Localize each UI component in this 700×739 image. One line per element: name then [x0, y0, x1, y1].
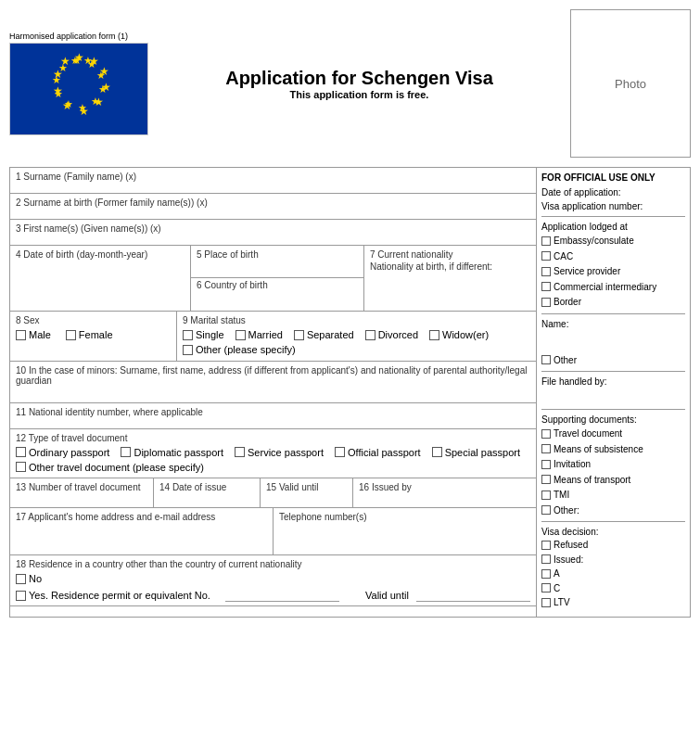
embassy-option: Embassy/consulate [541, 236, 685, 248]
means-subsistence-checkbox[interactable] [541, 444, 551, 453]
residence-yes-label[interactable]: Yes. Residence permit or equivalent No. [16, 590, 210, 601]
other-official-checkbox[interactable] [541, 355, 551, 364]
name-field: Name: [541, 319, 685, 329]
other2-option: Other: [541, 505, 685, 517]
other-travel-doc-checkbox[interactable] [16, 462, 26, 472]
tmi-checkbox[interactable] [541, 491, 551, 500]
ordinary-passport-checkbox[interactable] [16, 447, 26, 457]
male-checkbox[interactable] [16, 330, 26, 340]
service-provider-option: Service provider [541, 266, 685, 278]
tmi-option: TMI [541, 490, 685, 502]
field-11-national-id: 11 National identity number, where appli… [10, 403, 536, 429]
commercial-checkbox[interactable] [541, 282, 551, 291]
refused-checkbox[interactable] [541, 541, 551, 550]
title-block: Application for Schengen Visa This appli… [148, 68, 570, 100]
eu-flag-image: ★ ★ ★ ★ ★ ★ ★ ★ ★ ★ ★ [9, 43, 148, 135]
fields-8-9-row: 8 Sex Male Female 9 Marital status [10, 312, 536, 362]
svg-text:★: ★ [64, 98, 73, 109]
file-handled-label: File handled by: [541, 376, 685, 387]
official-use-column: For Official Use Only Date of applicatio… [537, 168, 690, 617]
field-1-surname: 1 Surname (Family name) (x) [10, 168, 536, 194]
field-14-date-issue: 14 Date of issue [154, 478, 261, 507]
other-marital-checkbox-label[interactable]: Other (please specify) [183, 344, 296, 355]
field-17-phone: Telephone number(s) [274, 508, 536, 554]
other-travel-doc-label[interactable]: Other travel document (please specify) [16, 462, 204, 473]
field-18-residence: 18 Residence in a country other than the… [10, 555, 536, 606]
ordinary-passport-label[interactable]: Ordinary passport [16, 447, 109, 458]
diplomatic-passport-checkbox[interactable] [121, 447, 131, 457]
official-passport-checkbox[interactable] [335, 447, 345, 457]
subtitle: This application form is free. [167, 89, 552, 100]
visa-decision-label: Visa decision: [541, 527, 685, 537]
travel-doc-option: Travel document [541, 428, 685, 440]
app-lodged-at-label: Application lodged at [541, 222, 685, 232]
visa-ltv-option: LTV [541, 597, 685, 609]
field-17-address-phone: 17 Applicant's home address and e-mail a… [10, 508, 536, 555]
service-passport-checkbox[interactable] [235, 447, 245, 457]
main-title: Application for Schengen Visa [167, 68, 552, 89]
special-passport-checkbox[interactable] [432, 447, 442, 457]
svg-text:★: ★ [58, 62, 68, 73]
svg-text:★: ★ [83, 55, 93, 66]
border-checkbox[interactable] [541, 298, 551, 307]
special-passport-label[interactable]: Special passport [432, 447, 520, 458]
female-checkbox[interactable] [66, 330, 76, 340]
widow-checkbox-label[interactable]: Widow(er) [429, 329, 489, 340]
svg-text:★: ★ [91, 96, 100, 107]
border-option: Border [541, 297, 685, 309]
visa-ltv-checkbox[interactable] [541, 598, 551, 607]
svg-text:★: ★ [78, 102, 87, 113]
issued-option: Issued: [541, 554, 685, 567]
refused-option: Refused [541, 540, 685, 552]
field-13-doc-number: 13 Number of travel document [10, 478, 154, 507]
cac-option: CAC [541, 251, 685, 263]
diplomatic-passport-label[interactable]: Diplomatic passport [121, 447, 223, 458]
svg-text:★: ★ [54, 88, 63, 99]
residence-no-label[interactable]: No [16, 573, 42, 584]
visa-c-checkbox[interactable] [541, 583, 551, 592]
supporting-docs-label: Supporting documents: [541, 414, 685, 425]
application-form: 1 Surname (Family name) (x) 2 Surname at… [9, 167, 691, 618]
field-10-minors: 10 In the case of minors: Surname, first… [10, 362, 536, 403]
field-5-6-place-country: 5 Place of birth 6 Country of birth [191, 246, 364, 311]
other-marital-checkbox[interactable] [183, 345, 193, 355]
issued-checkbox[interactable] [541, 554, 551, 564]
residence-no-checkbox[interactable] [16, 574, 26, 584]
male-checkbox-label[interactable]: Male [16, 329, 51, 340]
residence-yes-checkbox[interactable] [16, 591, 26, 601]
photo-placeholder: Photo [570, 9, 691, 158]
divorced-checkbox[interactable] [365, 330, 375, 340]
field-16-issued-by: 16 Issued by [353, 478, 536, 507]
single-checkbox-label[interactable]: Single [183, 329, 224, 340]
single-checkbox[interactable] [183, 330, 193, 340]
travel-doc-checkbox[interactable] [541, 429, 551, 439]
invitation-checkbox[interactable] [541, 460, 551, 469]
means-transport-option: Means of transport [541, 475, 685, 487]
separated-checkbox[interactable] [294, 330, 304, 340]
fields-4-5-7-row: 4 Date of birth (day-month-year) 5 Place… [10, 246, 536, 312]
form-left-column: 1 Surname (Family name) (x) 2 Surname at… [10, 168, 537, 617]
service-passport-label[interactable]: Service passport [235, 447, 324, 458]
field-17-address: 17 Applicant's home address and e-mail a… [10, 508, 274, 554]
date-of-application: Date of application: [541, 187, 685, 197]
other2-checkbox[interactable] [541, 505, 551, 515]
service-provider-checkbox[interactable] [541, 267, 551, 276]
field-2-surname-birth: 2 Surname at birth (Former family name(s… [10, 194, 536, 220]
visa-a-checkbox[interactable] [541, 569, 551, 579]
official-passport-label[interactable]: Official passport [335, 447, 421, 458]
married-checkbox-label[interactable]: Married [235, 329, 283, 340]
widow-checkbox[interactable] [429, 330, 439, 340]
field-12-travel-doc: 12 Type of travel document Ordinary pass… [10, 429, 536, 479]
field-7-nationality: 7 Current nationality Nationality at bir… [364, 246, 536, 311]
separated-checkbox-label[interactable]: Separated [294, 329, 354, 340]
svg-text:★: ★ [70, 55, 80, 66]
embassy-checkbox[interactable] [541, 236, 551, 246]
cac-checkbox[interactable] [541, 251, 551, 261]
field-4-dob: 4 Date of birth (day-month-year) [10, 246, 191, 311]
divorced-checkbox-label[interactable]: Divorced [365, 329, 418, 340]
svg-text:★: ★ [96, 70, 106, 81]
female-checkbox-label[interactable]: Female [66, 329, 113, 340]
means-transport-checkbox[interactable] [541, 475, 551, 484]
field-15-valid-until: 15 Valid until [261, 478, 353, 507]
married-checkbox[interactable] [235, 330, 246, 340]
